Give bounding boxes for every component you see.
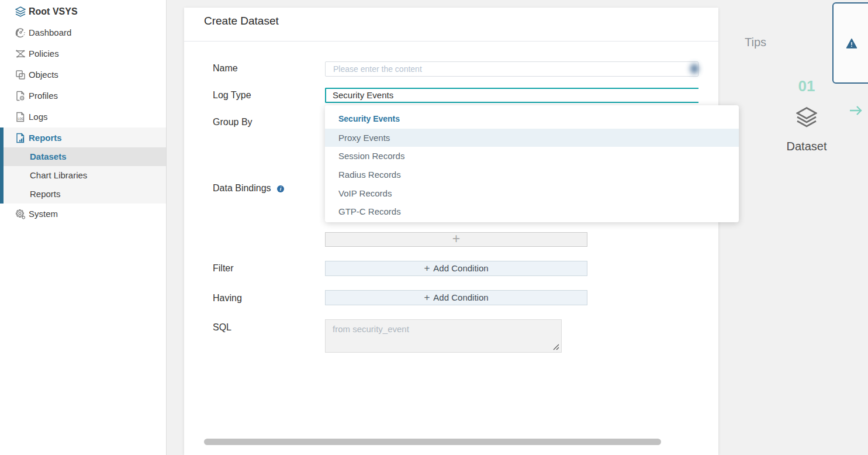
svg-text:LOG: LOG — [18, 118, 23, 120]
